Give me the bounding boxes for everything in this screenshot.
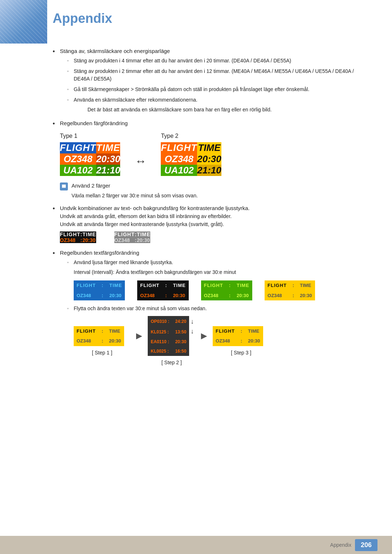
ctc-time: TIME xyxy=(234,280,252,291)
step2-label: [ Step 2 ] xyxy=(162,359,182,366)
colored-table-d: FLIGHT : TIME OZ348 : 20:30 xyxy=(265,280,315,300)
type2-block: Type 2 FLIGHT TIME OZ348 20:30 U xyxy=(161,133,221,176)
ctd-time1: 20:30 xyxy=(297,291,315,301)
ctd-colon2: : xyxy=(290,291,297,301)
st1-time1: 20:30 xyxy=(82,237,96,243)
cta-time1: 20:30 xyxy=(106,291,125,301)
sub2-text: Stäng av produkten i 2 timmar efter att … xyxy=(74,68,354,82)
s2-row1-a: OP0310 : xyxy=(148,316,172,327)
colored-table-c: FLIGHT : TIME OZ348 : 20:30 xyxy=(201,280,252,300)
ctc-colon1: : xyxy=(226,280,234,291)
s2-arrows: ↓↓ xyxy=(189,316,195,337)
s2-row2-a: KL0125 : xyxy=(148,327,172,337)
type2-time-cell: TIME xyxy=(197,142,221,153)
s1-oz: OZ348 xyxy=(74,336,99,346)
step-arrow-1: ► xyxy=(134,328,144,344)
step2-block: OP0310 : 24:20 ↓↓ KL0125 : 13:50 xyxy=(148,316,195,366)
small-tables-row: FLIGHT : TIME OZ348 : 20:30 xyxy=(60,231,370,243)
type2-label: Type 2 xyxy=(161,133,178,139)
type1-block: Type 1 FLIGHT TIME OZ348 20:30 U xyxy=(60,133,120,176)
footer: Appendix 206 xyxy=(0,536,392,554)
sub-list-4: Använd ljusa färger med liknande ljussty… xyxy=(60,259,370,366)
step3-block: FLIGHT : TIME OZ348 : 20:30 xyxy=(213,326,270,357)
st1-oz: OZ348 xyxy=(60,237,81,243)
cta-flight: FLIGHT xyxy=(74,280,99,291)
sub4-1-text: Använd ljusa färger med liknande ljussty… xyxy=(74,259,173,265)
list-item-2: Regelbunden färgförändring Type 1 FLIGHT… xyxy=(53,120,370,198)
s2-row4-b: 16:50 xyxy=(172,346,189,356)
s1-time1: 20:30 xyxy=(106,336,124,346)
main-content: Appendix Stänga av, skärmsläckare och en… xyxy=(53,0,370,366)
page-title: Appendix xyxy=(53,11,370,26)
note-icon xyxy=(60,182,68,190)
type1-ua-cell: UA102 xyxy=(60,165,96,176)
sub-item-1-1: Stäng av produkten i 4 timmar efter att … xyxy=(67,57,370,65)
type2-flight-cell: FLIGHT xyxy=(161,142,197,153)
s1-colon2: : xyxy=(99,336,106,346)
ctd-flight: FLIGHT xyxy=(265,280,290,291)
footer-label: Appendix xyxy=(330,542,351,548)
st1-time: TIME xyxy=(82,231,96,237)
list-item-3: Undvik kombinationer av text- och bakgru… xyxy=(53,205,370,243)
step3-label: [ Step 3 ] xyxy=(231,349,251,357)
s1-colon1: : xyxy=(99,326,106,336)
small-table-2: FLIGHT : TIME OZ348 : 20:30 xyxy=(114,231,151,243)
s3-colon1: : xyxy=(238,326,245,336)
bullet3-line3: Undvik att använda färger med kontraster… xyxy=(60,221,370,227)
colored-tables-row: FLIGHT : TIME OZ348 : 20:30 xyxy=(74,280,370,300)
s2-row3-b: 20:30 xyxy=(172,337,189,346)
ctd-time: TIME xyxy=(297,280,315,291)
note-text: Använd 2 färger xyxy=(72,182,110,189)
type2-table: FLIGHT TIME OZ348 20:30 UA102 21:10 xyxy=(161,142,221,176)
ctb-time1: 20:30 xyxy=(170,291,189,301)
ctc-oz: OZ348 xyxy=(201,291,226,301)
s3-flight: FLIGHT xyxy=(213,326,238,336)
type1-time-cell: TIME xyxy=(96,142,121,153)
ctc-colon2: : xyxy=(226,291,234,301)
st2-oz: OZ348 xyxy=(114,237,135,243)
ctd-colon1: : xyxy=(290,280,297,291)
indent-note: Det är bäst att använda en skärmsläckare… xyxy=(74,106,370,114)
sub-item-1-2: Stäng av produkten i 2 timmar efter att … xyxy=(67,67,370,83)
st2-time: TIME xyxy=(137,231,150,237)
step1-table: FLIGHT : TIME OZ348 : 20:30 xyxy=(74,326,124,346)
sub4-2: Flytta och ändra texten var 30:e minut s… xyxy=(67,305,370,366)
interval-note: Interval (Intervall): Ändra textfärgen o… xyxy=(74,268,370,276)
bullet1-text: Stänga av, skärmsläckare och energisparl… xyxy=(60,48,170,54)
ctb-oz: OZ348 xyxy=(137,291,162,301)
sub-item-1-3: Gå till Skärmegenskaper > Strömkälla på … xyxy=(67,86,370,93)
bullet2-text: Regelbunden färgförändring xyxy=(60,120,128,126)
s2-row1-b: 24:20 xyxy=(172,316,189,327)
type2-time2-cell: 21:10 xyxy=(197,165,221,176)
st2-flight: FLIGHT xyxy=(114,231,135,237)
s2-row3-a: EA0110 : xyxy=(148,337,172,346)
bullet4-text: Regelbunden textfärgsförändring xyxy=(60,250,139,256)
s2-row4-a: KL0025 : xyxy=(148,346,172,356)
step2-table: OP0310 : 24:20 ↓↓ KL0125 : 13:50 xyxy=(148,316,195,356)
type2-oz-cell: OZ348 xyxy=(161,153,197,165)
page-number: 206 xyxy=(355,539,377,551)
sub4-text: Använda en skärmsläckare efter rekommend… xyxy=(74,97,197,103)
sub4-1: Använd ljusa färger med liknande ljussty… xyxy=(67,259,370,300)
type2-ua-cell: UA102 xyxy=(161,165,197,176)
ctb-flight: FLIGHT xyxy=(137,280,162,291)
ctc-flight: FLIGHT xyxy=(201,280,226,291)
type1-oz-cell: OZ348 xyxy=(60,153,96,165)
ctb-colon1: : xyxy=(162,280,170,291)
sub4-2-text: Flytta och ändra texten var 30:e minut s… xyxy=(74,305,207,311)
ctc-time1: 20:30 xyxy=(234,291,252,301)
colored-table-b: FLIGHT : TIME OZ348 : 20:30 xyxy=(137,280,188,300)
pattern-area xyxy=(0,0,47,44)
type2-time1-cell: 20:30 xyxy=(197,153,221,165)
type-section: Type 1 FLIGHT TIME OZ348 20:30 U xyxy=(60,133,370,176)
bullet3-text: Undvik kombinationer av text- och bakgru… xyxy=(60,205,250,211)
small-table-1: FLIGHT : TIME OZ348 : 20:30 xyxy=(60,231,96,243)
s3-time: TIME xyxy=(245,326,263,336)
ctb-time: TIME xyxy=(170,280,189,291)
type1-flight-cell: FLIGHT xyxy=(60,142,96,153)
sub3-text: Gå till Skärmegenskaper > Strömkälla på … xyxy=(74,86,309,92)
cta-time: TIME xyxy=(106,280,125,291)
type1-label: Type 1 xyxy=(60,133,77,139)
steps-section: FLIGHT : TIME OZ348 : 20:30 xyxy=(74,316,370,366)
step1-label: [ Step 1 ] xyxy=(92,349,112,357)
